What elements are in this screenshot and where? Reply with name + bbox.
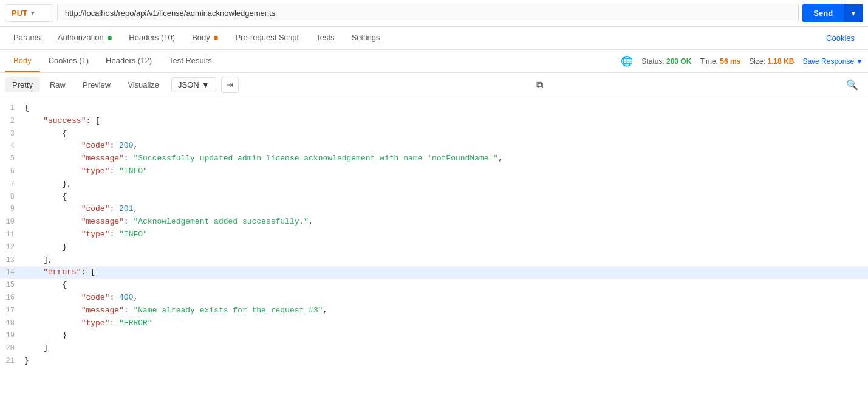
time-label: Time: 56 ms [700, 57, 740, 66]
format-bar: Pretty Raw Preview Visualize JSON ▼ ⇥ ⧉ … [0, 73, 868, 97]
view-visualize-button[interactable]: Visualize [120, 77, 166, 92]
line-content: ] [24, 342, 863, 355]
send-main-button[interactable]: Send [802, 4, 844, 22]
line-content: ], [24, 254, 863, 267]
line-number: 16 [0, 292, 24, 304]
line-content: "type": "INFO" [24, 165, 863, 178]
response-tabs-bar: Body Cookies (1) Headers (12) Test Resul… [0, 50, 868, 73]
line-content: "code": 200, [24, 140, 863, 153]
view-preview-button[interactable]: Preview [75, 77, 118, 92]
tab-response-headers[interactable]: Headers (12) [97, 50, 160, 72]
code-line: 11 "type": "INFO" [0, 229, 868, 241]
code-line: 20 ] [0, 342, 868, 355]
line-content: "errors": [ [24, 266, 863, 279]
method-chevron-icon: ▼ [30, 10, 36, 16]
line-number: 12 [0, 241, 24, 253]
line-number: 13 [0, 254, 24, 266]
line-content: "message": "Successfully updated admin l… [24, 153, 863, 165]
tab-headers[interactable]: Headers (10) [120, 27, 183, 49]
line-content: "type": "INFO" [24, 229, 863, 241]
code-line: 21} [0, 355, 868, 368]
line-number: 17 [0, 305, 24, 317]
code-line: 14 "errors": [ [0, 266, 868, 279]
top-bar: PUT ▼ Send ▼ [0, 0, 868, 27]
code-line: 18 "type": "ERROR" [0, 317, 868, 330]
method-select[interactable]: PUT ▼ [5, 4, 53, 22]
line-content: "message": "Acknowledgement added succes… [24, 216, 863, 229]
body-dot [214, 36, 218, 40]
line-content: } [24, 329, 863, 342]
line-number: 18 [0, 317, 24, 329]
code-line: 16 "code": 400, [0, 292, 868, 305]
view-pretty-button[interactable]: Pretty [5, 77, 40, 92]
code-line: 7 }, [0, 178, 868, 191]
code-line: 19 } [0, 329, 868, 342]
line-number: 9 [0, 203, 24, 215]
line-number: 19 [0, 329, 24, 342]
wrap-button[interactable]: ⇥ [221, 77, 239, 93]
code-line: 2 "success": [ [0, 115, 868, 128]
line-content: } [24, 355, 863, 368]
line-content: { [24, 191, 863, 204]
line-content: }, [24, 178, 863, 191]
code-line: 6 "type": "INFO" [0, 165, 868, 178]
line-number: 3 [0, 128, 24, 140]
tab-params[interactable]: Params [5, 27, 49, 49]
authorization-dot [108, 36, 112, 40]
tab-tests[interactable]: Tests [307, 27, 343, 49]
line-content: { [24, 279, 863, 292]
url-input[interactable] [57, 4, 799, 22]
request-tabs: Params Authorization Headers (10) Body P… [0, 27, 868, 50]
tab-settings[interactable]: Settings [343, 27, 389, 49]
line-content: "message": "Name already exists for the … [24, 305, 863, 317]
format-label: JSON [178, 80, 199, 89]
code-area[interactable]: 1{2 "success": [3 {4 "code": 200,5 "mess… [0, 97, 868, 399]
tab-response-testresults[interactable]: Test Results [160, 50, 220, 72]
code-line: 9 "code": 201, [0, 203, 868, 216]
line-number: 8 [0, 191, 24, 203]
line-content: { [24, 102, 863, 115]
save-response-chevron-icon: ▼ [856, 57, 863, 66]
line-number: 4 [0, 140, 24, 152]
line-number: 5 [0, 153, 24, 165]
method-label: PUT [12, 9, 27, 18]
line-number: 7 [0, 178, 24, 190]
tab-body[interactable]: Body [183, 27, 227, 49]
code-line: 1{ [0, 102, 868, 115]
line-number: 2 [0, 115, 24, 127]
code-line: 10 "message": "Acknowledgement added suc… [0, 216, 868, 229]
cookies-link[interactable]: Cookies [818, 27, 863, 49]
save-response-button[interactable]: Save Response ▼ [802, 57, 863, 66]
response-area: Body Cookies (1) Headers (12) Test Resul… [0, 50, 868, 399]
send-dropdown-button[interactable]: ▼ [844, 4, 863, 22]
line-content: "success": [ [24, 115, 863, 128]
code-line: 8 { [0, 191, 868, 204]
format-select[interactable]: JSON ▼ [171, 77, 216, 92]
code-line: 17 "message": "Name already exists for t… [0, 305, 868, 317]
line-content: { [24, 128, 863, 140]
line-number: 15 [0, 279, 24, 291]
send-button-group: Send ▼ [802, 4, 863, 22]
tab-authorization[interactable]: Authorization [49, 27, 121, 49]
line-number: 20 [0, 342, 24, 354]
tab-response-cookies[interactable]: Cookies (1) [40, 50, 97, 72]
line-content: "code": 201, [24, 203, 863, 216]
line-number: 21 [0, 355, 24, 367]
search-button[interactable]: 🔍 [841, 77, 863, 93]
view-raw-button[interactable]: Raw [43, 77, 73, 92]
code-line: 12 } [0, 241, 868, 254]
format-chevron-icon: ▼ [202, 80, 210, 89]
code-line: 5 "message": "Successfully updated admin… [0, 153, 868, 165]
status-label: Status: 200 OK [641, 57, 691, 66]
size-label: Size: 1.18 KB [749, 57, 794, 66]
tab-prerequest[interactable]: Pre-request Script [227, 27, 307, 49]
code-line: 3 { [0, 128, 868, 140]
tab-response-body[interactable]: Body [5, 50, 40, 72]
line-number: 6 [0, 165, 24, 177]
line-number: 10 [0, 216, 24, 228]
line-number: 14 [0, 266, 24, 278]
copy-button[interactable]: ⧉ [531, 77, 548, 93]
code-line: 4 "code": 200, [0, 140, 868, 153]
line-number: 11 [0, 229, 24, 241]
globe-icon: 🌐 [621, 55, 633, 67]
